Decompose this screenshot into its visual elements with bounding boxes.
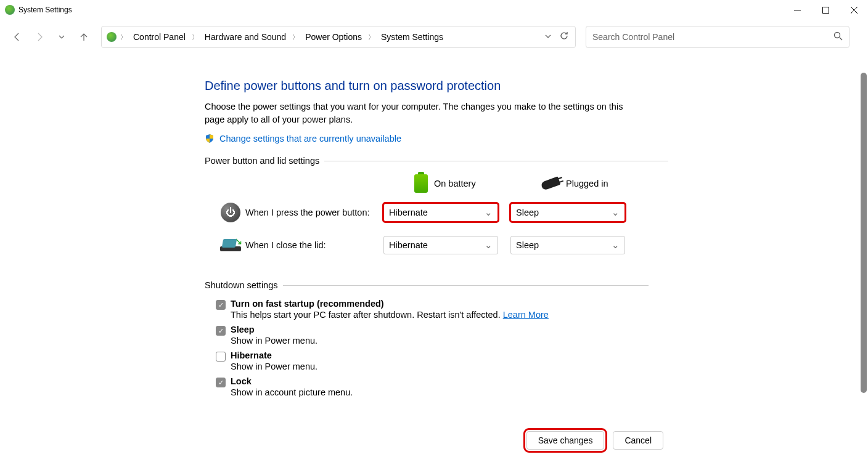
chevron-down-icon: ⌄ [612,208,620,217]
breadcrumb-item[interactable]: System Settings [379,32,446,42]
page-title: Define power buttons and turn on passwor… [205,79,649,93]
shield-icon [205,134,215,144]
maximize-button[interactable] [811,0,840,20]
hibernate-desc: Show in Power menu. [231,362,649,371]
close-button[interactable] [840,0,868,20]
refresh-icon[interactable] [559,31,569,43]
hibernate-title: Hibernate [231,350,649,360]
shutdown-item: Turn on fast startup (recommended) This … [216,299,649,320]
breadcrumb-icon [107,32,117,42]
save-button[interactable]: Save changes [526,431,605,450]
plug-icon [541,176,561,190]
power-button-icon [221,203,240,222]
fast-startup-title: Turn on fast startup (recommended) [231,299,649,309]
minimize-button[interactable] [783,0,811,20]
sleep-title: Sleep [231,325,649,334]
battery-icon [414,174,428,193]
cancel-button[interactable]: Cancel [613,431,663,450]
page-description: Choose the power settings that you want … [205,100,636,126]
back-button[interactable] [7,27,27,47]
power-button-plugged-select[interactable]: Sleep ⌄ [510,203,625,222]
group-legend: Power button and lid settings [205,156,324,166]
power-button-battery-select[interactable]: Hibernate ⌄ [383,203,498,222]
content-area: Define power buttons and turn on passwor… [205,79,649,415]
lock-desc: Show in account picture menu. [231,387,649,397]
shutdown-item: Hibernate Show in Power menu. [216,350,649,371]
lid-plugged-select[interactable]: Sleep ⌄ [510,236,625,254]
chevron-down-icon: ⌄ [485,208,493,217]
hibernate-checkbox[interactable] [216,352,226,362]
recent-dropdown[interactable] [52,27,72,47]
plugged-column-label: Plugged in [566,179,608,188]
breadcrumb-item[interactable]: Control Panel [131,32,188,42]
search-input[interactable] [592,32,827,42]
svg-point-4 [835,32,840,38]
app-icon [5,5,15,15]
navbar: 〉 Control Panel 〉 Hardware and Sound 〉 P… [0,20,868,54]
lid-label: When I close the lid: [245,240,383,250]
power-button-group: Power button and lid settings On battery… [205,156,668,268]
sleep-checkbox[interactable] [216,326,226,336]
breadcrumb-item[interactable]: Hardware and Sound [202,32,289,42]
battery-column-label: On battery [434,179,476,188]
lid-battery-select[interactable]: Hibernate ⌄ [383,236,498,254]
group-legend: Shutdown settings [205,280,283,290]
svg-line-5 [840,38,842,40]
sleep-desc: Show in Power menu. [231,336,649,346]
learn-more-link[interactable]: Learn More [503,310,549,320]
titlebar: System Settings [0,0,868,20]
window-title: System Settings [18,6,72,14]
chevron-right-icon: 〉 [367,33,376,42]
fast-startup-checkbox[interactable] [216,300,226,310]
shutdown-item: Sleep Show in Power menu. [216,325,649,346]
svg-rect-1 [822,7,829,13]
search-icon[interactable] [833,31,843,43]
shutdown-group: Shutdown settings Turn on fast startup (… [205,280,649,402]
shutdown-item: Lock Show in account picture menu. [216,376,649,397]
footer: Save changes Cancel [526,431,663,450]
admin-link[interactable]: Change settings that are currently unava… [219,134,401,144]
chevron-down-icon: ⌄ [612,240,620,250]
scrollbar[interactable] [861,73,867,393]
chevron-right-icon: 〉 [291,33,300,42]
search-box[interactable] [586,26,850,48]
chevron-down-icon: ⌄ [485,240,493,250]
lock-title: Lock [231,376,649,386]
breadcrumb[interactable]: 〉 Control Panel 〉 Hardware and Sound 〉 P… [101,26,576,48]
lid-icon: ↘ [220,239,241,251]
power-button-label: When I press the power button: [245,208,383,217]
chevron-right-icon: 〉 [119,33,128,42]
up-button[interactable] [74,27,94,47]
chevron-right-icon: 〉 [190,33,200,42]
lock-checkbox[interactable] [216,378,226,387]
fast-startup-desc: This helps start your PC faster after sh… [231,310,649,320]
breadcrumb-item[interactable]: Power Options [303,32,364,42]
address-dropdown-icon[interactable] [544,31,552,42]
forward-button[interactable] [30,27,49,47]
